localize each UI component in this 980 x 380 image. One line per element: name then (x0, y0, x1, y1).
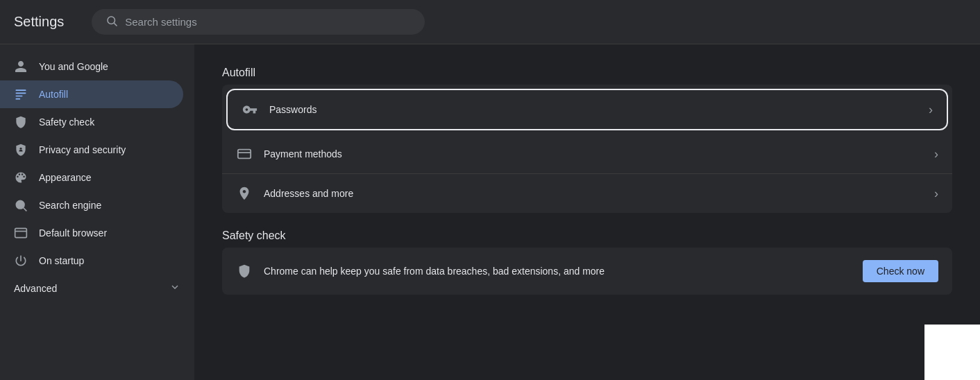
sidebar-item-autofill[interactable]: Autofill (0, 80, 183, 108)
advanced-label: Advanced (14, 283, 57, 294)
sidebar-item-safety-check[interactable]: Safety check (0, 108, 183, 136)
passwords-arrow: › (929, 103, 933, 117)
sidebar-item-search-engine[interactable]: Search engine (0, 191, 183, 219)
sidebar-item-privacy[interactable]: Privacy and security (0, 136, 183, 164)
top-bar: Settings (0, 0, 980, 44)
browser-icon (14, 226, 28, 240)
safety-check-item: Chrome can help keep you safe from data … (222, 248, 952, 295)
palette-icon (14, 171, 28, 184)
autofill-icon (14, 87, 28, 101)
key-icon (242, 101, 258, 118)
sidebar-item-on-startup[interactable]: On startup (0, 247, 183, 275)
check-now-button[interactable]: Check now (863, 260, 938, 282)
sidebar-item-label-appearance: Appearance (39, 172, 92, 183)
svg-rect-10 (238, 150, 251, 159)
svg-rect-3 (16, 93, 26, 94)
svg-line-7 (24, 208, 27, 211)
svg-rect-8 (15, 228, 27, 237)
sidebar: You and Google Autofill Safety check Pri… (0, 44, 194, 380)
page-title: Settings (14, 14, 64, 30)
search-box[interactable] (92, 9, 425, 35)
main-layout: You and Google Autofill Safety check Pri… (0, 44, 980, 380)
autofill-card: Passwords › Payment methods › (222, 85, 952, 213)
payment-methods-label: Payment methods (264, 148, 923, 159)
person-icon (14, 60, 28, 74)
search-icon (105, 15, 118, 29)
svg-rect-4 (16, 96, 23, 97)
addresses-arrow: › (934, 187, 938, 201)
sidebar-item-label-browser: Default browser (39, 227, 107, 239)
passwords-label: Passwords (269, 104, 918, 115)
svg-line-1 (115, 23, 117, 26)
autofill-section-title: Autofill (222, 67, 952, 79)
sidebar-item-label: You and Google (39, 61, 108, 72)
svg-rect-5 (16, 98, 21, 100)
passwords-highlight: Passwords › (226, 89, 948, 130)
addresses-label: Addresses and more (264, 188, 923, 199)
safety-check-description: Chrome can help keep you safe from data … (264, 266, 852, 277)
safety-check-section-title: Safety check (222, 230, 952, 242)
svg-rect-2 (16, 89, 26, 91)
sidebar-item-label-search: Search engine (39, 200, 101, 211)
power-icon (14, 254, 28, 268)
sidebar-item-you-and-google[interactable]: You and Google (0, 53, 183, 80)
search-input[interactable] (125, 16, 411, 28)
sidebar-item-label-privacy: Privacy and security (39, 144, 126, 155)
payment-arrow: › (934, 147, 938, 162)
sidebar-item-appearance[interactable]: Appearance (0, 164, 183, 191)
sidebar-item-label-safety: Safety check (39, 116, 94, 128)
sidebar-item-label-autofill: Autofill (39, 89, 68, 100)
shield-icon (14, 115, 28, 129)
search-engine-icon (14, 198, 28, 212)
svg-point-6 (16, 200, 24, 209)
safety-shield-icon (236, 263, 253, 279)
passwords-item[interactable]: Passwords › (228, 90, 947, 129)
sidebar-item-advanced[interactable]: Advanced (0, 275, 194, 302)
chevron-down-icon (169, 282, 180, 295)
location-icon (236, 185, 253, 202)
content-area: Autofill Passwords › (194, 44, 980, 380)
addresses-item[interactable]: Addresses and more › (222, 174, 952, 213)
svg-point-0 (108, 17, 115, 24)
corner-overlay (924, 325, 980, 380)
sidebar-item-label-startup: On startup (39, 255, 84, 266)
shield-lock-icon (14, 143, 28, 157)
sidebar-item-default-browser[interactable]: Default browser (0, 219, 183, 247)
payment-methods-item[interactable]: Payment methods › (222, 135, 952, 174)
safety-check-card: Chrome can help keep you safe from data … (222, 248, 952, 295)
credit-card-icon (236, 146, 253, 162)
